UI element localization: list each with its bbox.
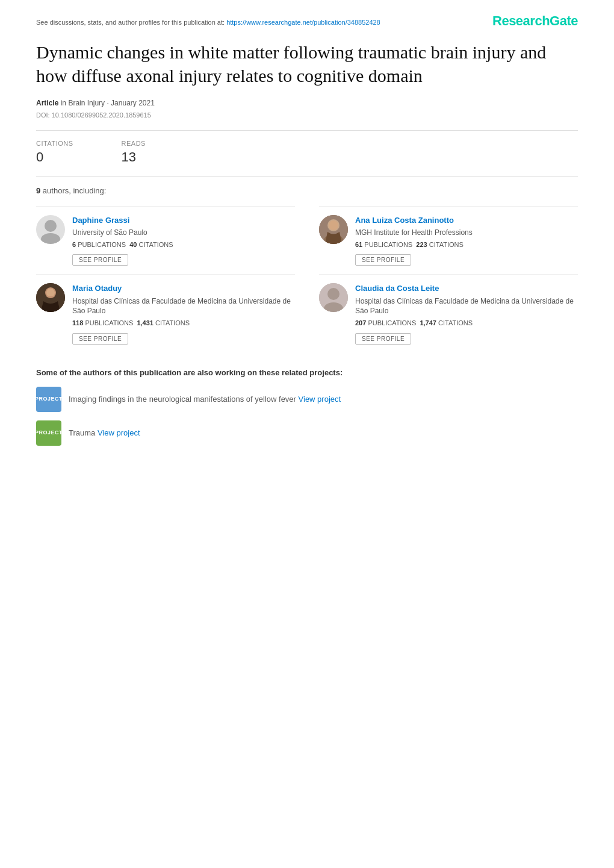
article-title: Dynamic changes in white matter followin… — [36, 40, 578, 87]
see-profile-button-claudia[interactable]: SEE PROFILE — [355, 333, 411, 345]
publication-url[interactable]: https://www.researchgate.net/publication… — [226, 19, 380, 26]
article-in: in — [61, 99, 69, 107]
authors-count: 9 — [36, 186, 40, 195]
article-meta: Article in Brain Injury · January 2021 — [36, 98, 578, 108]
author-stats-claudia: 207 PUBLICATIONS 1,747 CITATIONS — [355, 319, 578, 328]
avatar-photo-icon-ana — [319, 215, 348, 244]
svg-point-10 — [327, 288, 340, 300]
divider-mid — [36, 176, 578, 177]
see-discussion-text: See discussions, stats, and author profi… — [36, 19, 225, 26]
author-card-daphine-grassi: Daphine Grassi University of São Paulo 6… — [36, 206, 295, 274]
reads-label: READS — [122, 139, 146, 148]
author-name-ana-luiza[interactable]: Ana Luiza Costa Zaninotto — [355, 215, 578, 226]
author-avatar-daphine-grassi — [36, 215, 65, 244]
project-link-2[interactable]: View project — [98, 428, 140, 437]
project-link-1[interactable]: View project — [299, 395, 341, 404]
project-text-1: Imaging findings in the neurological man… — [69, 394, 341, 405]
author-info-daphine-grassi: Daphine Grassi University of São Paulo 6… — [72, 215, 295, 266]
avatar-silhouette-icon — [36, 215, 65, 244]
authors-heading-text: authors, including: — [43, 186, 107, 195]
author-name-daphine-grassi[interactable]: Daphine Grassi — [72, 215, 295, 226]
see-profile-button-maria-otaduy[interactable]: SEE PROFILE — [72, 333, 128, 345]
article-type: Article — [36, 99, 58, 107]
article-date: January 2021 — [111, 99, 155, 107]
divider-top — [36, 130, 578, 131]
svg-point-8 — [46, 289, 55, 297]
author-stats-maria-otaduy: 118 PUBLICATIONS 1,431 CITATIONS — [72, 319, 295, 328]
author-avatar-ana-luiza — [319, 215, 348, 244]
project-text-2: Trauma View project — [69, 428, 140, 439]
page-container: ResearchGate See discussions, stats, and… — [0, 0, 614, 868]
project-item-1: Project Imaging findings in the neurolog… — [36, 387, 578, 412]
stats-row: CITATIONS 0 READS 13 — [36, 139, 578, 167]
author-card-claudia: Claudia da Costa Leite Hospital das Clín… — [319, 274, 578, 352]
author-institution-daphine-grassi: University of São Paulo — [72, 228, 295, 238]
author-avatar-maria-otaduy — [36, 283, 65, 312]
avatar-silhouette-icon-claudia — [319, 283, 348, 312]
reads-stat: READS 13 — [122, 139, 146, 167]
author-info-claudia: Claudia da Costa Leite Hospital das Clín… — [355, 283, 578, 344]
author-institution-ana-luiza: MGH Institute for Health Professions — [355, 228, 578, 238]
author-institution-maria-otaduy: Hospital das Clínicas da Faculdade de Me… — [72, 296, 295, 317]
author-institution-claudia: Hospital das Clínicas da Faculdade de Me… — [355, 296, 578, 317]
researchgate-logo: ResearchGate — [492, 12, 578, 31]
citations-stat: CITATIONS 0 — [36, 139, 73, 167]
see-profile-button-daphine-grassi[interactable]: SEE PROFILE — [72, 254, 128, 266]
author-card-ana-luiza: Ana Luiza Costa Zaninotto MGH Institute … — [319, 206, 578, 274]
project-badge-2: Project — [36, 420, 61, 446]
reads-value: 13 — [122, 148, 146, 167]
svg-point-1 — [41, 233, 60, 244]
authors-heading: 9 authors, including: — [36, 186, 578, 196]
project-description-1: Imaging findings in the neurological man… — [69, 395, 296, 404]
author-stats-ana-luiza: 61 PUBLICATIONS 223 CITATIONS — [355, 240, 578, 249]
author-name-claudia[interactable]: Claudia da Costa Leite — [355, 283, 578, 294]
doi-line: DOI: 10.1080/02699052.2020.1859615 — [36, 111, 578, 120]
project-badge-1: Project — [36, 387, 61, 412]
author-info-maria-otaduy: Maria Otaduy Hospital das Clínicas da Fa… — [72, 283, 295, 344]
author-avatar-claudia — [319, 283, 348, 312]
author-name-maria-otaduy[interactable]: Maria Otaduy — [72, 283, 295, 294]
author-stats-daphine-grassi: 6 PUBLICATIONS 40 CITATIONS — [72, 240, 295, 249]
article-journal: Brain Injury — [68, 99, 105, 107]
author-card-maria-otaduy: Maria Otaduy Hospital das Clínicas da Fa… — [36, 274, 295, 352]
svg-point-5 — [329, 220, 338, 230]
avatar-photo-icon-maria — [36, 283, 65, 312]
project-description-2: Trauma — [69, 428, 95, 437]
svg-point-0 — [45, 220, 57, 232]
authors-grid: Daphine Grassi University of São Paulo 6… — [36, 206, 578, 353]
author-info-ana-luiza: Ana Luiza Costa Zaninotto MGH Institute … — [355, 215, 578, 266]
project-item-2: Project Trauma View project — [36, 420, 578, 446]
see-profile-button-ana-luiza[interactable]: SEE PROFILE — [355, 254, 411, 266]
citations-label: CITATIONS — [36, 139, 73, 148]
related-projects-heading: Some of the authors of this publication … — [36, 367, 578, 378]
citations-value: 0 — [36, 148, 73, 167]
